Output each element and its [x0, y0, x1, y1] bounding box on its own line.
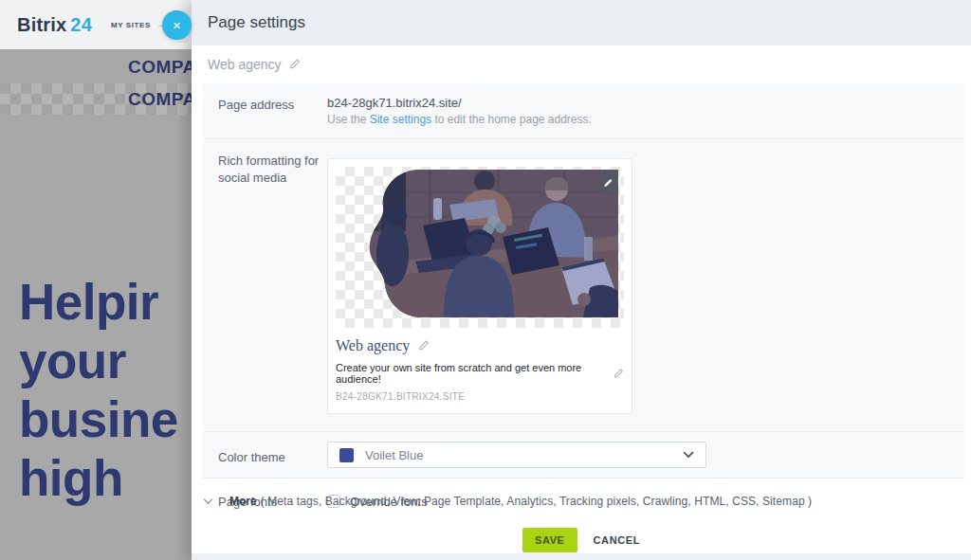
- logo-accent: 24: [70, 14, 92, 35]
- cancel-button[interactable]: CANCEL: [594, 534, 640, 546]
- social-preview-image: [336, 167, 624, 328]
- page-name-row: Web agency: [192, 45, 971, 83]
- logo-text: Bitrix: [17, 14, 66, 35]
- page-name: Web agency: [208, 57, 282, 72]
- site-settings-link[interactable]: Site settings: [370, 113, 431, 126]
- settings-form: Page address b24-28gk71.bitrix24.site/ U…: [203, 83, 964, 479]
- edit-card-title-icon[interactable]: [418, 337, 430, 354]
- page-address-value: b24-28gk71.bitrix24.site/: [327, 95, 951, 112]
- color-theme-row: Color theme Voilet Blue: [203, 432, 964, 479]
- more-label: More: [229, 495, 257, 508]
- page-settings-panel: Page settings Web agency Page address b2…: [192, 0, 971, 560]
- more-section-row: More ( Meta tags, Background, View, Page…: [203, 495, 962, 508]
- chevron-down-icon: [683, 451, 694, 459]
- theme-name: Voilet Blue: [365, 448, 683, 462]
- panel-header: Page settings: [192, 0, 971, 45]
- color-theme-dropdown[interactable]: Voilet Blue: [327, 442, 706, 468]
- hint-suffix: to edit the home page address.: [431, 113, 592, 126]
- chevron-down-icon: [203, 498, 213, 505]
- screenshot-root: Bitrix24 MY SITES — WEB A COMPA COMPA He…: [0, 0, 971, 560]
- page-title: Page settings: [208, 13, 305, 32]
- theme-color-swatch: [339, 448, 354, 462]
- panel-bottom-strip: [192, 553, 971, 560]
- company-logo-text: COMPA: [128, 57, 196, 78]
- pencil-icon: [603, 177, 614, 188]
- hero-line: Helpir: [19, 274, 158, 330]
- bitrix24-logo[interactable]: Bitrix24: [17, 14, 92, 36]
- card-description: Create your own site from scratch and ge…: [336, 362, 604, 385]
- card-domain: B24-28GK71.BITRIX24.SITE: [336, 391, 624, 402]
- breadcrumb-my-sites[interactable]: MY SITES: [111, 21, 151, 29]
- edit-page-name-icon[interactable]: [289, 57, 301, 72]
- panel-footer: SAVE CANCEL: [192, 528, 971, 552]
- rich-formatting-label: Rich formatting for social media: [218, 151, 327, 414]
- close-panel-button[interactable]: ×: [162, 10, 192, 40]
- site-hero-heading: Helpir your busine high: [19, 273, 178, 508]
- page-address-label: Page address: [218, 95, 327, 127]
- company-logo-text: COMPA: [128, 89, 196, 110]
- more-items-text: ( Meta tags, Background, View, Page Temp…: [261, 495, 813, 508]
- page-address-row: Page address b24-28gk71.bitrix24.site/ U…: [203, 83, 964, 139]
- page-address-hint: Use the Site settings to edit the home p…: [327, 112, 951, 128]
- rich-formatting-row: Rich formatting for social media: [203, 139, 964, 432]
- social-preview-card: Web agency Create your own site from scr…: [327, 158, 632, 414]
- team-photo-illustration: [336, 167, 624, 328]
- hero-line: high: [19, 450, 123, 506]
- close-icon: ×: [173, 17, 181, 33]
- hint-prefix: Use the: [327, 113, 370, 126]
- hero-line: your: [19, 333, 126, 388]
- edit-card-description-icon[interactable]: [614, 365, 624, 382]
- more-toggle[interactable]: More: [203, 495, 257, 508]
- color-theme-label: Color theme: [218, 442, 327, 468]
- hero-line: busine: [19, 391, 178, 447]
- save-button[interactable]: SAVE: [522, 528, 577, 552]
- edit-image-button[interactable]: [598, 172, 618, 192]
- card-title: Web agency: [336, 337, 410, 354]
